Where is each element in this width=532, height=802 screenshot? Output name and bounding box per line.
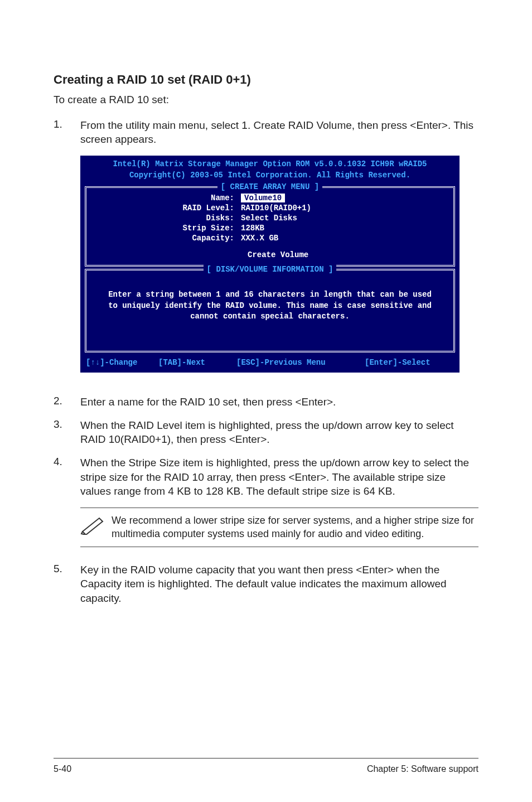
- step-1-num: 1.: [54, 118, 80, 147]
- step-3: 3. When the RAID Level item is highlight…: [54, 418, 478, 447]
- page-heading: Creating a RAID 10 set (RAID 0+1): [54, 73, 478, 87]
- step-4-num: 4.: [54, 456, 80, 499]
- step-1-text: From the utility main menu, select 1. Cr…: [80, 118, 478, 147]
- strip-size-label: Strip Size:: [149, 224, 241, 233]
- step-4: 4. When the Stripe Size item is highligh…: [54, 456, 478, 499]
- disk-volume-title: [ DISK/VOLUME INFORMATION ]: [204, 265, 337, 274]
- step-3-text: When the RAID Level item is highlighted,…: [80, 418, 478, 447]
- footer-chapter: Chapter 5: Software support: [367, 764, 478, 774]
- step-3-num: 3.: [54, 418, 80, 447]
- tip-callout: We recommend a lower stripe size for ser…: [80, 508, 478, 547]
- disks-label: Disks:: [149, 214, 241, 223]
- name-label: Name:: [149, 194, 241, 202]
- console-header-line1: Intel(R) Matrix Storage Manager Option R…: [86, 159, 454, 170]
- create-array-title: [ CREATE ARRAY MENU ]: [217, 182, 322, 191]
- capacity-value: XXX.X GB: [241, 234, 447, 243]
- step-5-num: 5.: [54, 563, 80, 606]
- capacity-label: Capacity:: [149, 234, 241, 243]
- disk-info-line3: cannot contain special characters.: [93, 311, 447, 322]
- raid-level-value: RAID10(RAID0+1): [241, 204, 447, 212]
- footer-next: [TAB]-Next: [158, 358, 236, 367]
- disks-value: Select Disks: [241, 214, 447, 223]
- step-1: 1. From the utility main menu, select 1.…: [54, 118, 478, 147]
- disk-volume-frame: [ DISK/VOLUME INFORMATION ] Enter a stri…: [85, 269, 455, 352]
- step-5-text: Key in the RAID volume capacity that you…: [80, 563, 478, 606]
- footer-page-number: 5-40: [54, 764, 71, 774]
- create-volume-action: Create Volume: [248, 250, 447, 259]
- footer-prev: [ESC]-Previous Menu: [236, 358, 365, 367]
- disk-info-line1: Enter a string between 1 and 16 characte…: [93, 289, 447, 301]
- footer-change: [↑↓]-Change: [86, 358, 158, 367]
- footer-select: [Enter]-Select: [365, 358, 454, 367]
- raid-level-label: RAID Level:: [149, 204, 241, 212]
- step-5: 5. Key in the RAID volume capacity that …: [54, 563, 478, 606]
- intro-text: To create a RAID 10 set:: [54, 93, 478, 107]
- step-4-text: When the Stripe Size item is highlighted…: [80, 456, 478, 499]
- step-2: 2. Enter a name for the RAID 10 set, the…: [54, 395, 478, 409]
- console-screenshot: Intel(R) Matrix Storage Manager Option R…: [80, 156, 478, 373]
- create-array-frame: [ CREATE ARRAY MENU ] Name: Volume10 RAI…: [85, 186, 455, 267]
- page-footer: 5-40 Chapter 5: Software support: [54, 758, 478, 774]
- console-footer: [↑↓]-Change [TAB]-Next [ESC]-Previous Me…: [80, 355, 460, 373]
- disk-info-line2: to uniquely identify the RAID volume. Th…: [93, 301, 447, 312]
- name-value: Volume10: [241, 194, 285, 202]
- console-header-line2: Copyright(C) 2003-05 Intel Corporation. …: [86, 170, 454, 181]
- step-2-num: 2.: [54, 395, 80, 409]
- strip-size-value: 128KB: [241, 224, 447, 233]
- tip-text: We recommend a lower stripe size for ser…: [112, 514, 478, 541]
- step-2-text: Enter a name for the RAID 10 set, then p…: [80, 395, 478, 409]
- pencil-icon: [80, 514, 112, 537]
